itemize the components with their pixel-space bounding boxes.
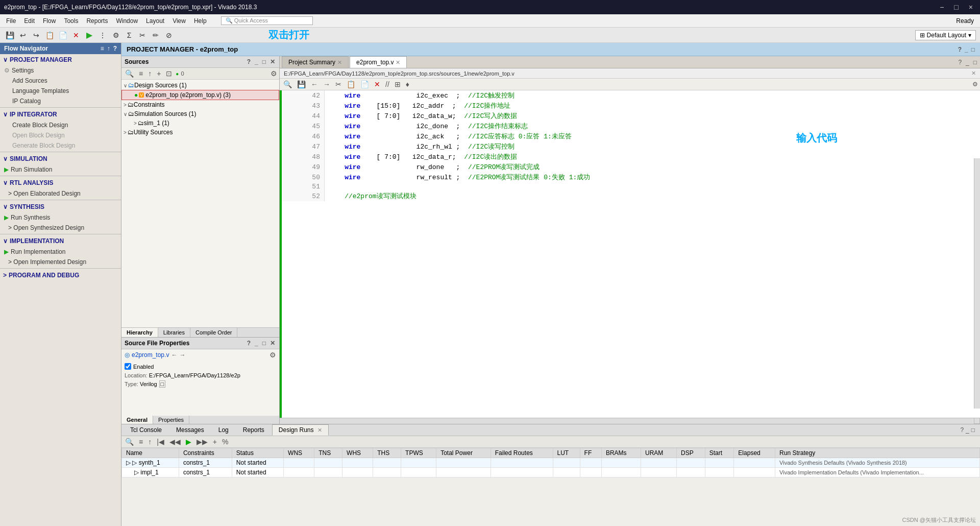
tab-reports[interactable]: Reports	[236, 424, 271, 436]
fn-section-ip-integrator[interactable]: ∨ IP INTEGRATOR	[0, 109, 121, 120]
fn-item-run-implementation[interactable]: ▶ Run Implementation	[0, 247, 121, 257]
menu-edit[interactable]: Edit	[20, 16, 39, 26]
sources-search-icon[interactable]: 🔍	[124, 69, 135, 78]
editor-scrollbar-h[interactable]	[280, 418, 974, 424]
tab-libraries[interactable]: Libraries	[158, 328, 190, 337]
fn-icon-2[interactable]: ↑	[107, 45, 110, 52]
editor-help-icon[interactable]: ?	[957, 58, 963, 67]
tab-design-runs[interactable]: Design Runs ✕	[272, 424, 329, 436]
fn-section-program-debug[interactable]: > PROGRAM AND DEBUG	[0, 270, 121, 281]
sfp-next-icon[interactable]: →	[179, 351, 185, 358]
menu-view[interactable]: View	[168, 16, 190, 26]
editor-comment-icon[interactable]: //	[384, 80, 391, 89]
editor-paste-icon[interactable]: 📄	[359, 80, 371, 89]
sfp-gear-icon[interactable]: ⚙	[270, 351, 276, 359]
bt-search-icon[interactable]: 🔍	[124, 437, 135, 446]
tree-e2prom-top[interactable]: ● V e2prom_top (e2prom_top.v) (3)	[121, 90, 279, 100]
menu-help[interactable]: Help	[190, 16, 211, 26]
toolbar-settings-button[interactable]: ⚙	[110, 30, 121, 41]
fn-item-ip-catalog[interactable]: IP Catalog	[0, 96, 121, 106]
fn-item-open-elaborated-design[interactable]: > Open Elaborated Design	[0, 188, 121, 199]
toolbar-clear-button[interactable]: ⊘	[163, 30, 175, 41]
editor-max-icon[interactable]: □	[972, 58, 978, 67]
tree-simulation-sources[interactable]: ∨ 🗂 Simulation Sources (1)	[121, 109, 279, 118]
sources-close-icon[interactable]: ✕	[269, 58, 276, 66]
sources-collapse-icon[interactable]: ↑	[146, 69, 153, 78]
sources-min-icon[interactable]: _	[254, 58, 259, 66]
sfp-type-toggle[interactable]: □	[159, 380, 166, 388]
toolbar-redo-button[interactable]: ↪	[31, 30, 42, 41]
toolbar-parallel-button[interactable]: ⋮	[97, 30, 108, 41]
pm-help-icon[interactable]: ?	[958, 46, 962, 53]
sfp-expand-icon[interactable]: □	[261, 339, 267, 347]
editor-save-icon[interactable]: 💾	[296, 80, 307, 89]
bt-filter-icon[interactable]: ≡	[137, 437, 144, 446]
fn-item-add-sources[interactable]: Add Sources	[0, 76, 121, 86]
toolbar-cut-button[interactable]: ✂	[137, 30, 148, 41]
fn-icon-3[interactable]: ?	[113, 45, 117, 52]
dr-row-synth-1[interactable]: ▷ ▷ synth_1 constrs_1 Not started	[122, 458, 980, 468]
tree-design-sources[interactable]: ∨ 🗂 Design Sources (1)	[121, 81, 279, 90]
bp-min-icon[interactable]: _	[966, 426, 969, 434]
fn-item-run-simulation[interactable]: ▶ Run Simulation	[0, 164, 121, 175]
editor-min-icon[interactable]: _	[965, 58, 970, 67]
fn-section-synthesis[interactable]: ∨ SYNTHESIS	[0, 201, 121, 212]
editor-delete-icon[interactable]: ✕	[373, 80, 382, 89]
bt-add-icon[interactable]: +	[211, 437, 218, 446]
menu-reports[interactable]: Reports	[82, 16, 112, 26]
minimize-button[interactable]: −	[937, 2, 947, 12]
tab-log[interactable]: Log	[212, 424, 235, 436]
impl-1-expand-icon[interactable]: ▷	[134, 469, 139, 476]
tree-sim-1[interactable]: > 🗂 sim_1 (1)	[121, 118, 279, 128]
editor-forward-icon[interactable]: →	[322, 80, 332, 89]
toolbar-delete-button[interactable]: ✕	[70, 30, 82, 41]
bt-first-icon[interactable]: |◀	[155, 437, 166, 446]
tab-compile-order[interactable]: Compile Order	[190, 328, 238, 337]
fn-section-rtl-analysis[interactable]: ∨ RTL ANALYSIS	[0, 177, 121, 188]
fn-item-language-templates[interactable]: Language Templates	[0, 86, 121, 96]
fn-item-open-implemented-design[interactable]: > Open Implemented Design	[0, 257, 121, 267]
sfp-tab-properties[interactable]: Properties	[153, 416, 189, 424]
fn-section-implementation[interactable]: ∨ IMPLEMENTATION	[0, 235, 121, 247]
sfp-tab-general[interactable]: General	[121, 416, 153, 424]
design-runs-close[interactable]: ✕	[317, 427, 322, 433]
editor-search-icon[interactable]: 🔍	[282, 80, 293, 89]
fn-item-generate-block-design[interactable]: Generate Block Design	[0, 140, 121, 151]
toolbar-paste-button[interactable]: 📄	[57, 30, 68, 41]
tab-project-summary-close[interactable]: ✕	[337, 59, 342, 66]
tab-tcl-console[interactable]: Tcl Console	[124, 424, 168, 436]
bt-next-page-icon[interactable]: ▶▶	[195, 437, 209, 446]
pm-max-icon[interactable]: □	[971, 46, 975, 53]
synth-1-expand-icon[interactable]: ▷	[126, 459, 131, 466]
tab-project-summary[interactable]: Project Summary ✕	[282, 56, 349, 68]
editor-cut-icon[interactable]: ✂	[334, 80, 343, 89]
bt-collapse-icon[interactable]: ↑	[146, 437, 153, 446]
sources-help-icon[interactable]: ?	[246, 58, 252, 66]
toolbar-undo-button[interactable]: ↩	[17, 30, 29, 41]
editor-format-icon[interactable]: ⊞	[393, 80, 402, 89]
sources-refresh-icon[interactable]: ⊡	[164, 69, 174, 78]
fn-section-simulation[interactable]: ∨ SIMULATION	[0, 153, 121, 164]
editor-copy-icon[interactable]: 📋	[345, 80, 357, 89]
toolbar-copy-button[interactable]: 📋	[44, 30, 55, 41]
tab-e2prom-top-v-close[interactable]: ✕	[396, 59, 400, 66]
tree-utility-sources[interactable]: > 🗂 Utility Sources	[121, 128, 279, 137]
close-button[interactable]: ×	[966, 2, 976, 12]
fn-icon-1[interactable]: ≡	[101, 45, 104, 52]
fn-section-project-manager[interactable]: ∨ PROJECT MANAGER	[0, 54, 121, 65]
fn-item-open-synthesized-design[interactable]: > Open Synthesized Design	[0, 223, 121, 233]
editor-back-icon[interactable]: ←	[309, 80, 320, 89]
fn-item-create-block-design[interactable]: Create Block Design	[0, 120, 121, 130]
sfp-close-icon[interactable]: ✕	[269, 339, 276, 347]
menu-tools[interactable]: Tools	[60, 16, 82, 26]
sfp-prev-icon[interactable]: ←	[171, 351, 177, 358]
fn-item-run-synthesis[interactable]: ▶ Run Synthesis	[0, 212, 121, 223]
sfp-help-icon[interactable]: ?	[246, 339, 252, 347]
bp-help-icon[interactable]: ?	[960, 426, 964, 434]
tab-e2prom-top-v[interactable]: e2prom_top.v ✕	[350, 56, 407, 68]
editor-path-close[interactable]: ✕	[971, 70, 976, 77]
tree-constraints[interactable]: > 🗂 Constraints	[121, 100, 279, 109]
bt-percent-icon[interactable]: %	[220, 437, 230, 446]
editor-scrollbar[interactable]	[974, 158, 980, 409]
synth-1-expand-icon2[interactable]: ▷	[132, 459, 137, 466]
